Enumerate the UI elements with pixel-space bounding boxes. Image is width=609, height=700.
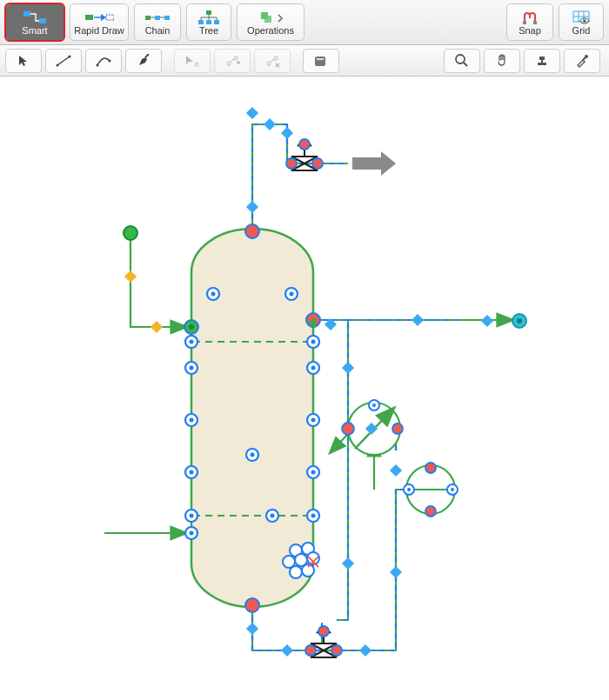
eyedropper-tool[interactable] [564, 49, 600, 73]
remove-point-tool[interactable] [254, 49, 291, 73]
svg-point-33 [305, 645, 316, 656]
svg-rect-1 [39, 18, 46, 23]
svg-point-19 [195, 63, 198, 66]
svg-rect-4 [145, 16, 151, 20]
svg-point-88 [311, 470, 316, 475]
svg-point-87 [190, 470, 194, 475]
svg-point-89 [190, 514, 194, 518]
smart-label: Smart [22, 25, 47, 36]
chain-label: Chain [145, 25, 171, 36]
rapid-draw-button[interactable]: Rapid Draw [70, 3, 129, 41]
svg-point-38 [372, 403, 376, 407]
svg-point-42 [425, 506, 436, 517]
svg-rect-62 [124, 270, 137, 283]
svg-point-105 [290, 566, 302, 578]
svg-point-96 [245, 598, 259, 612]
svg-rect-9 [206, 20, 211, 24]
svg-rect-55 [481, 315, 493, 327]
output-arrow[interactable] [352, 151, 396, 176]
tree-button[interactable]: Tree [186, 3, 231, 41]
tree-label: Tree [199, 25, 218, 36]
valve-bottom[interactable] [305, 626, 342, 657]
svg-rect-54 [412, 314, 424, 326]
svg-point-26 [456, 55, 465, 63]
snap-button[interactable]: Snap [506, 3, 553, 41]
svg-rect-11 [523, 21, 526, 24]
curve-tool[interactable] [85, 49, 122, 73]
svg-rect-0 [23, 11, 30, 17]
svg-rect-48 [246, 107, 258, 119]
svg-rect-57 [281, 644, 293, 657]
line-tool[interactable] [45, 49, 82, 73]
sub-toolbar [0, 45, 609, 77]
smart-connector-icon [18, 10, 51, 25]
exchanger-2[interactable] [404, 463, 458, 517]
svg-point-80 [290, 292, 294, 297]
svg-point-98 [189, 324, 194, 330]
svg-rect-7 [206, 10, 211, 15]
source-node[interactable] [124, 226, 137, 240]
svg-rect-50 [281, 127, 293, 139]
svg-rect-53 [342, 557, 354, 570]
svg-point-16 [69, 56, 71, 58]
chain-icon [141, 10, 174, 25]
svg-rect-3 [106, 15, 114, 20]
svg-point-23 [274, 57, 278, 60]
rapid-label: Rapid Draw [74, 25, 124, 36]
toolbar-spacer [310, 3, 501, 41]
svg-point-17 [97, 64, 99, 67]
pointer-tool[interactable] [5, 49, 42, 73]
stamp-tool[interactable] [524, 49, 560, 73]
svg-point-21 [234, 57, 238, 60]
svg-rect-56 [246, 623, 258, 635]
svg-point-97 [342, 423, 354, 435]
pen-tool[interactable] [125, 49, 162, 73]
svg-rect-8 [198, 20, 204, 24]
svg-point-83 [190, 366, 194, 370]
svg-point-99 [517, 318, 522, 323]
svg-point-34 [331, 645, 342, 656]
svg-rect-12 [533, 21, 537, 24]
svg-rect-49 [264, 118, 276, 130]
smart-button[interactable]: Smart [5, 3, 64, 41]
add-point-tool[interactable] [214, 49, 251, 73]
library-tool[interactable] [303, 49, 339, 73]
operations-label: Operations [247, 25, 294, 36]
svg-point-82 [311, 340, 316, 344]
svg-point-90 [311, 514, 316, 518]
svg-rect-47 [246, 201, 258, 213]
svg-point-44 [407, 488, 411, 491]
edit-point-tool[interactable] [174, 49, 211, 73]
svg-rect-6 [164, 16, 170, 20]
tree-icon [192, 10, 225, 25]
svg-point-41 [425, 463, 436, 473]
pan-tool[interactable] [484, 49, 520, 73]
svg-rect-59 [390, 566, 402, 578]
svg-point-14 [584, 19, 586, 22]
operations-button[interactable]: Operations [237, 3, 304, 41]
svg-point-32 [299, 139, 310, 150]
diagram-canvas[interactable] [0, 77, 609, 700]
svg-rect-10 [214, 20, 219, 24]
svg-point-93 [251, 453, 255, 457]
svg-rect-5 [155, 16, 160, 20]
svg-rect-2 [85, 15, 93, 20]
svg-point-85 [190, 418, 194, 423]
svg-point-35 [318, 626, 329, 637]
grid-icon [565, 10, 598, 25]
chain-button[interactable]: Chain [134, 3, 181, 41]
grid-button[interactable]: Grid [559, 3, 604, 41]
rapid-draw-icon [83, 10, 116, 25]
valve-top[interactable] [286, 139, 323, 170]
svg-point-79 [211, 292, 216, 297]
svg-point-31 [312, 158, 323, 169]
zoom-tool[interactable] [444, 49, 480, 73]
svg-point-39 [392, 423, 403, 434]
svg-rect-58 [359, 644, 371, 657]
snap-icon [513, 10, 546, 25]
svg-point-94 [245, 224, 259, 238]
svg-point-18 [109, 60, 111, 63]
svg-point-46 [451, 488, 454, 491]
pid-diagram [0, 77, 609, 700]
svg-rect-25 [317, 58, 324, 60]
